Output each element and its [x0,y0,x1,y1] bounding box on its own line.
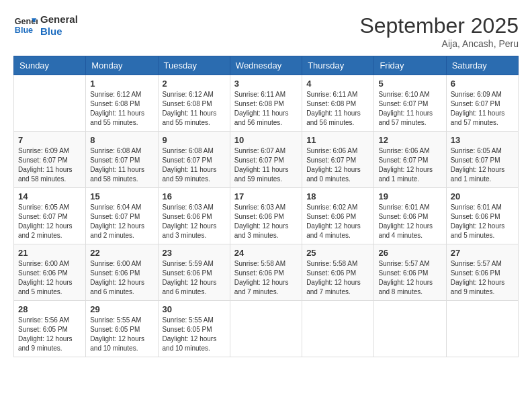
cell-info: Sunrise: 6:12 AMSunset: 6:08 PMDaylight:… [163,90,226,128]
header-wednesday: Wednesday [230,56,302,75]
day-number: 22 [90,248,153,258]
calendar-cell [446,301,518,357]
header-friday: Friday [374,56,446,75]
day-number: 4 [306,79,369,89]
day-number: 1 [90,79,153,89]
calendar-cell: 3Sunrise: 6:11 AMSunset: 6:08 PMDaylight… [230,75,302,132]
cell-info: Sunrise: 6:01 AMSunset: 6:06 PMDaylight:… [451,203,514,240]
calendar-cell: 22Sunrise: 6:00 AMSunset: 6:06 PMDayligh… [86,244,158,301]
day-number: 7 [18,135,81,145]
cell-info: Sunrise: 6:02 AMSunset: 6:06 PMDaylight:… [306,203,369,240]
day-number: 16 [163,191,226,201]
page-header: General Blue General Blue September 2025… [13,13,519,49]
day-number: 18 [306,191,369,201]
cell-info: Sunrise: 6:06 AMSunset: 6:07 PMDaylight:… [378,146,441,184]
cell-info: Sunrise: 5:58 AMSunset: 6:06 PMDaylight:… [234,259,298,297]
calendar-cell: 21Sunrise: 6:00 AMSunset: 6:06 PMDayligh… [14,244,86,301]
header-row: SundayMondayTuesdayWednesdayThursdayFrid… [14,56,519,75]
cell-info: Sunrise: 6:03 AMSunset: 6:06 PMDaylight:… [234,203,298,240]
cell-info: Sunrise: 6:08 AMSunset: 6:07 PMDaylight:… [90,146,153,184]
header-thursday: Thursday [302,56,374,75]
location: Aija, Ancash, Peru [359,38,519,49]
day-number: 20 [451,191,514,201]
day-number: 29 [90,304,153,314]
calendar-cell: 24Sunrise: 5:58 AMSunset: 6:06 PMDayligh… [230,244,302,301]
calendar-cell: 11Sunrise: 6:06 AMSunset: 6:07 PMDayligh… [302,132,374,188]
cell-info: Sunrise: 6:05 AMSunset: 6:07 PMDaylight:… [451,146,514,184]
day-number: 15 [90,191,153,201]
week-row-4: 21Sunrise: 6:00 AMSunset: 6:06 PMDayligh… [14,244,519,301]
calendar-cell: 28Sunrise: 5:56 AMSunset: 6:05 PMDayligh… [14,301,86,357]
header-sunday: Sunday [14,56,86,75]
cell-info: Sunrise: 5:59 AMSunset: 6:06 PMDaylight:… [163,259,226,297]
cell-info: Sunrise: 6:03 AMSunset: 6:06 PMDaylight:… [163,203,226,240]
week-row-5: 28Sunrise: 5:56 AMSunset: 6:05 PMDayligh… [14,301,519,357]
svg-text:Blue: Blue [15,26,33,35]
day-number: 13 [451,135,514,145]
calendar-header: SundayMondayTuesdayWednesdayThursdayFrid… [14,56,519,75]
calendar-cell: 26Sunrise: 5:57 AMSunset: 6:06 PMDayligh… [374,244,446,301]
calendar-cell: 30Sunrise: 5:55 AMSunset: 6:05 PMDayligh… [158,301,230,357]
header-tuesday: Tuesday [158,56,230,75]
header-saturday: Saturday [446,56,518,75]
cell-info: Sunrise: 6:00 AMSunset: 6:06 PMDaylight:… [90,259,153,297]
week-row-1: 1Sunrise: 6:12 AMSunset: 6:08 PMDaylight… [14,75,519,132]
day-number: 27 [451,248,514,258]
calendar-cell [230,301,302,357]
cell-info: Sunrise: 6:12 AMSunset: 6:08 PMDaylight:… [90,90,153,128]
logo-text-blue: Blue [40,26,78,38]
calendar-cell: 5Sunrise: 6:10 AMSunset: 6:07 PMDaylight… [374,75,446,132]
title-area: September 2025 Aija, Ancash, Peru [359,13,519,49]
calendar-cell: 4Sunrise: 6:11 AMSunset: 6:08 PMDaylight… [302,75,374,132]
logo-text-general: General [40,13,78,26]
calendar-cell: 23Sunrise: 5:59 AMSunset: 6:06 PMDayligh… [158,244,230,301]
cell-info: Sunrise: 5:57 AMSunset: 6:06 PMDaylight:… [451,259,514,297]
calendar-cell: 19Sunrise: 6:01 AMSunset: 6:06 PMDayligh… [374,188,446,244]
cell-info: Sunrise: 6:04 AMSunset: 6:07 PMDaylight:… [90,203,153,240]
day-number: 12 [378,135,441,145]
cell-info: Sunrise: 5:56 AMSunset: 6:05 PMDaylight:… [18,316,81,353]
calendar-cell: 16Sunrise: 6:03 AMSunset: 6:06 PMDayligh… [158,188,230,244]
day-number: 3 [234,79,298,89]
calendar-cell: 18Sunrise: 6:02 AMSunset: 6:06 PMDayligh… [302,188,374,244]
logo: General Blue General Blue [13,13,78,38]
calendar-cell: 10Sunrise: 6:07 AMSunset: 6:07 PMDayligh… [230,132,302,188]
cell-info: Sunrise: 6:11 AMSunset: 6:08 PMDaylight:… [306,90,369,128]
cell-info: Sunrise: 6:10 AMSunset: 6:07 PMDaylight:… [378,90,441,128]
day-number: 28 [18,304,81,314]
week-row-2: 7Sunrise: 6:09 AMSunset: 6:07 PMDaylight… [14,132,519,188]
month-title: September 2025 [359,13,519,38]
calendar-cell: 15Sunrise: 6:04 AMSunset: 6:07 PMDayligh… [86,188,158,244]
cell-info: Sunrise: 5:57 AMSunset: 6:06 PMDaylight:… [378,259,441,297]
calendar-cell: 9Sunrise: 6:08 AMSunset: 6:07 PMDaylight… [158,132,230,188]
day-number: 14 [18,191,81,201]
cell-info: Sunrise: 6:11 AMSunset: 6:08 PMDaylight:… [234,90,298,128]
day-number: 25 [306,248,369,258]
calendar-cell: 12Sunrise: 6:06 AMSunset: 6:07 PMDayligh… [374,132,446,188]
calendar-cell [14,75,86,132]
day-number: 8 [90,135,153,145]
day-number: 5 [378,79,441,89]
day-number: 23 [163,248,226,258]
cell-info: Sunrise: 6:07 AMSunset: 6:07 PMDaylight:… [234,146,298,184]
cell-info: Sunrise: 5:55 AMSunset: 6:05 PMDaylight:… [90,316,153,353]
day-number: 26 [378,248,441,258]
calendar-cell: 6Sunrise: 6:09 AMSunset: 6:07 PMDaylight… [446,75,518,132]
cell-info: Sunrise: 6:01 AMSunset: 6:06 PMDaylight:… [378,203,441,240]
cell-info: Sunrise: 6:06 AMSunset: 6:07 PMDaylight:… [306,146,369,184]
cell-info: Sunrise: 5:58 AMSunset: 6:06 PMDaylight:… [306,259,369,297]
cell-info: Sunrise: 6:08 AMSunset: 6:07 PMDaylight:… [163,146,226,184]
day-number: 9 [163,135,226,145]
calendar-cell: 27Sunrise: 5:57 AMSunset: 6:06 PMDayligh… [446,244,518,301]
cell-info: Sunrise: 6:09 AMSunset: 6:07 PMDaylight:… [451,90,514,128]
calendar-cell: 29Sunrise: 5:55 AMSunset: 6:05 PMDayligh… [86,301,158,357]
cell-info: Sunrise: 6:09 AMSunset: 6:07 PMDaylight:… [18,146,81,184]
cell-info: Sunrise: 6:05 AMSunset: 6:07 PMDaylight:… [18,203,81,240]
calendar-cell: 13Sunrise: 6:05 AMSunset: 6:07 PMDayligh… [446,132,518,188]
day-number: 2 [163,79,226,89]
calendar-cell: 7Sunrise: 6:09 AMSunset: 6:07 PMDaylight… [14,132,86,188]
calendar-cell: 25Sunrise: 5:58 AMSunset: 6:06 PMDayligh… [302,244,374,301]
calendar-cell [374,301,446,357]
day-number: 21 [18,248,81,258]
calendar-cell: 8Sunrise: 6:08 AMSunset: 6:07 PMDaylight… [86,132,158,188]
